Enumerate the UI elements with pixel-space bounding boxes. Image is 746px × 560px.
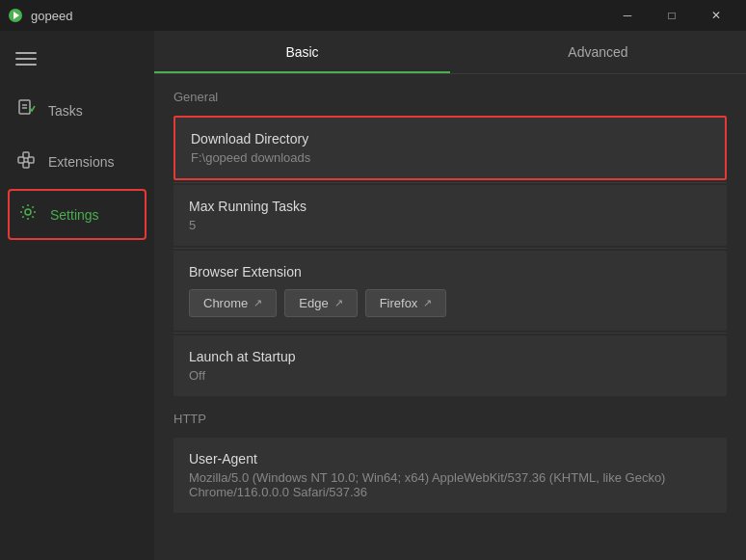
user-agent-item[interactable]: User-Agent Mozilla/5.0 (Windows NT 10.0;… [173,438,727,513]
edge-label: Edge [299,296,328,310]
settings-icon [17,202,39,227]
max-running-tasks-label: Max Running Tasks [189,199,711,214]
extensions-label: Extensions [48,154,114,170]
sidebar-item-settings[interactable]: Settings [8,189,147,240]
edge-button[interactable]: Edge ↗ [284,289,357,317]
divider-3 [173,333,727,333]
general-section-title: General [173,90,727,104]
close-button[interactable]: ✕ [694,0,738,31]
tasks-icon [15,98,37,122]
firefox-ext-icon: ↗ [423,297,432,309]
firefox-button[interactable]: Firefox ↗ [365,289,447,317]
launch-at-startup-label: Launch at Startup [189,349,711,364]
minimize-button[interactable]: ─ [605,0,650,31]
browser-extension-label: Browser Extension [189,264,711,280]
hamburger-line-1 [15,52,37,54]
content-area: Basic Advanced General Download Director… [154,31,746,560]
settings-label: Settings [50,207,99,223]
tab-advanced[interactable]: Advanced [450,31,746,73]
browser-extension-item: Browser Extension Chrome ↗ Edge ↗ Firefo… [173,251,727,331]
download-directory-label: Download Directory [191,131,709,147]
max-running-tasks-value: 5 [189,218,711,232]
browser-buttons-group: Chrome ↗ Edge ↗ Firefox ↗ [189,289,711,317]
svg-rect-2 [19,100,30,114]
chrome-ext-icon: ↗ [253,297,262,309]
max-running-tasks-item[interactable]: Max Running Tasks 5 [173,185,727,246]
settings-content: General Download Directory F:\gopeed dow… [154,74,746,560]
titlebar-left: gopeed [8,8,72,23]
launch-at-startup-value: Off [189,368,711,383]
titlebar: gopeed ─ □ ✕ [0,0,746,31]
extensions-icon [15,149,37,173]
launch-at-startup-item[interactable]: Launch at Startup Off [173,335,727,396]
sidebar-item-tasks[interactable]: Tasks [0,85,154,136]
user-agent-value: Mozilla/5.0 (Windows NT 10.0; Win64; x64… [189,470,711,499]
tab-basic[interactable]: Basic [154,31,450,73]
http-section-title: HTTP [173,412,727,426]
chrome-label: Chrome [203,296,248,310]
divider-2 [173,248,727,249]
download-directory-item[interactable]: Download Directory F:\gopeed downloads [173,116,727,180]
hamburger-line-2 [15,58,37,60]
download-directory-value: F:\gopeed downloads [191,150,709,165]
tasks-label: Tasks [48,103,83,119]
hamburger-line-3 [15,64,37,66]
firefox-label: Firefox [380,296,418,310]
user-agent-label: User-Agent [189,451,711,467]
chrome-button[interactable]: Chrome ↗ [189,289,277,317]
titlebar-controls: ─ □ ✕ [605,0,738,31]
sidebar-item-extensions[interactable]: Extensions [0,136,154,187]
svg-point-9 [25,209,31,215]
edge-ext-icon: ↗ [334,297,343,309]
maximize-button[interactable]: □ [650,0,694,31]
app-body: Tasks Extensions Settings [0,31,746,560]
hamburger-button[interactable] [0,39,154,85]
http-section: HTTP User-Agent Mozilla/5.0 (Windows NT … [173,412,727,513]
divider-1 [173,182,727,183]
app-icon [8,8,23,23]
sidebar: Tasks Extensions Settings [0,31,154,560]
app-title: gopeed [31,9,72,23]
tabs-bar: Basic Advanced [154,31,746,74]
